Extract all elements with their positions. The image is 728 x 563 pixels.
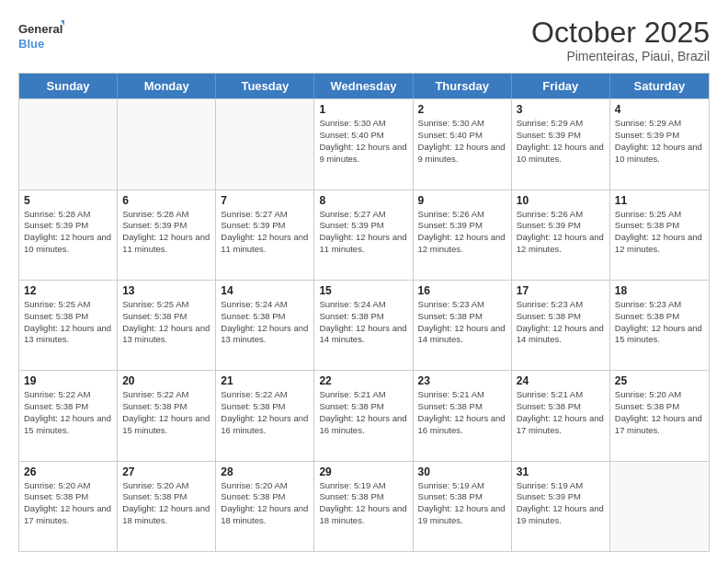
weekday-header-saturday: Saturday (610, 74, 709, 98)
calendar-row-1: 5Sunrise: 5:28 AM Sunset: 5:39 PM Daylig… (19, 190, 709, 280)
day-info: Sunrise: 5:19 AM Sunset: 5:39 PM Dayligh… (517, 480, 605, 527)
day-cell-12: 12Sunrise: 5:25 AM Sunset: 5:38 PM Dayli… (19, 281, 118, 370)
day-info: Sunrise: 5:27 AM Sunset: 5:39 PM Dayligh… (221, 209, 309, 256)
day-info: Sunrise: 5:23 AM Sunset: 5:38 PM Dayligh… (517, 299, 605, 346)
day-cell-19: 19Sunrise: 5:22 AM Sunset: 5:38 PM Dayli… (19, 371, 118, 460)
day-number: 10 (517, 194, 605, 207)
day-info: Sunrise: 5:22 AM Sunset: 5:38 PM Dayligh… (122, 389, 210, 436)
calendar-row-3: 19Sunrise: 5:22 AM Sunset: 5:38 PM Dayli… (19, 370, 709, 460)
empty-cell-0-1 (118, 99, 216, 189)
day-info: Sunrise: 5:20 AM Sunset: 5:38 PM Dayligh… (122, 480, 210, 527)
day-info: Sunrise: 5:21 AM Sunset: 5:38 PM Dayligh… (418, 389, 506, 436)
calendar-row-4: 26Sunrise: 5:20 AM Sunset: 5:38 PM Dayli… (19, 461, 709, 551)
month-title: October 2025 (531, 17, 710, 49)
day-number: 14 (221, 284, 309, 297)
day-cell-20: 20Sunrise: 5:22 AM Sunset: 5:38 PM Dayli… (118, 371, 216, 460)
day-number: 2 (418, 103, 506, 116)
empty-cell-0-2 (216, 99, 314, 189)
day-cell-9: 9Sunrise: 5:26 AM Sunset: 5:39 PM Daylig… (414, 190, 512, 280)
day-number: 7 (221, 194, 309, 207)
empty-cell-4-6 (610, 462, 709, 551)
day-number: 27 (122, 465, 210, 478)
calendar-row-2: 12Sunrise: 5:25 AM Sunset: 5:38 PM Dayli… (19, 280, 709, 370)
day-cell-29: 29Sunrise: 5:19 AM Sunset: 5:38 PM Dayli… (314, 462, 413, 551)
day-number: 16 (418, 284, 506, 297)
day-number: 1 (319, 103, 407, 116)
day-cell-11: 11Sunrise: 5:25 AM Sunset: 5:38 PM Dayli… (610, 190, 709, 280)
day-cell-15: 15Sunrise: 5:24 AM Sunset: 5:38 PM Dayli… (314, 281, 413, 370)
day-info: Sunrise: 5:26 AM Sunset: 5:39 PM Dayligh… (418, 209, 506, 256)
day-cell-8: 8Sunrise: 5:27 AM Sunset: 5:39 PM Daylig… (314, 190, 413, 280)
svg-text:General: General (18, 22, 63, 36)
day-info: Sunrise: 5:23 AM Sunset: 5:38 PM Dayligh… (418, 299, 506, 346)
weekday-header-thursday: Thursday (414, 74, 512, 98)
day-cell-16: 16Sunrise: 5:23 AM Sunset: 5:38 PM Dayli… (414, 281, 512, 370)
day-info: Sunrise: 5:22 AM Sunset: 5:38 PM Dayligh… (221, 389, 309, 436)
day-cell-14: 14Sunrise: 5:24 AM Sunset: 5:38 PM Dayli… (216, 281, 314, 370)
day-info: Sunrise: 5:21 AM Sunset: 5:38 PM Dayligh… (517, 389, 605, 436)
day-cell-3: 3Sunrise: 5:29 AM Sunset: 5:39 PM Daylig… (512, 99, 610, 189)
day-cell-28: 28Sunrise: 5:20 AM Sunset: 5:38 PM Dayli… (216, 462, 314, 551)
day-number: 19 (24, 374, 112, 387)
day-info: Sunrise: 5:25 AM Sunset: 5:38 PM Dayligh… (24, 299, 112, 346)
day-cell-4: 4Sunrise: 5:29 AM Sunset: 5:39 PM Daylig… (610, 99, 709, 189)
day-cell-18: 18Sunrise: 5:23 AM Sunset: 5:38 PM Dayli… (610, 281, 709, 370)
day-cell-7: 7Sunrise: 5:27 AM Sunset: 5:39 PM Daylig… (216, 190, 314, 280)
day-info: Sunrise: 5:20 AM Sunset: 5:38 PM Dayligh… (24, 480, 112, 527)
logo: General Blue (18, 17, 64, 53)
calendar-header: SundayMondayTuesdayWednesdayThursdayFrid… (19, 74, 709, 98)
day-cell-13: 13Sunrise: 5:25 AM Sunset: 5:38 PM Dayli… (118, 281, 216, 370)
svg-text:Blue: Blue (18, 37, 44, 51)
day-cell-21: 21Sunrise: 5:22 AM Sunset: 5:38 PM Dayli… (216, 371, 314, 460)
weekday-header-tuesday: Tuesday (216, 74, 314, 98)
day-info: Sunrise: 5:29 AM Sunset: 5:39 PM Dayligh… (517, 118, 605, 165)
day-cell-27: 27Sunrise: 5:20 AM Sunset: 5:38 PM Dayli… (118, 462, 216, 551)
weekday-header-sunday: Sunday (19, 74, 118, 98)
day-info: Sunrise: 5:21 AM Sunset: 5:38 PM Dayligh… (319, 389, 407, 436)
day-number: 23 (418, 374, 506, 387)
day-cell-2: 2Sunrise: 5:30 AM Sunset: 5:40 PM Daylig… (414, 99, 512, 189)
day-info: Sunrise: 5:20 AM Sunset: 5:38 PM Dayligh… (615, 389, 704, 436)
day-cell-30: 30Sunrise: 5:19 AM Sunset: 5:38 PM Dayli… (414, 462, 512, 551)
day-cell-26: 26Sunrise: 5:20 AM Sunset: 5:38 PM Dayli… (19, 462, 118, 551)
day-info: Sunrise: 5:19 AM Sunset: 5:38 PM Dayligh… (319, 480, 407, 527)
day-number: 29 (319, 465, 407, 478)
day-number: 31 (517, 465, 605, 478)
day-number: 4 (615, 103, 704, 116)
day-number: 26 (24, 465, 112, 478)
logo-svg: General Blue (18, 17, 64, 53)
day-number: 17 (517, 284, 605, 297)
page: General Blue October 2025 Pimenteiras, P… (0, 0, 728, 563)
title-area: October 2025 Pimenteiras, Piaui, Brazil (531, 17, 710, 63)
weekday-header-friday: Friday (512, 74, 610, 98)
day-info: Sunrise: 5:27 AM Sunset: 5:39 PM Dayligh… (319, 209, 407, 256)
day-cell-17: 17Sunrise: 5:23 AM Sunset: 5:38 PM Dayli… (512, 281, 610, 370)
header: General Blue October 2025 Pimenteiras, P… (18, 17, 710, 63)
day-cell-6: 6Sunrise: 5:28 AM Sunset: 5:39 PM Daylig… (118, 190, 216, 280)
day-cell-5: 5Sunrise: 5:28 AM Sunset: 5:39 PM Daylig… (19, 190, 118, 280)
day-number: 22 (319, 374, 407, 387)
day-info: Sunrise: 5:19 AM Sunset: 5:38 PM Dayligh… (418, 480, 506, 527)
day-number: 24 (517, 374, 605, 387)
day-number: 13 (122, 284, 210, 297)
day-info: Sunrise: 5:25 AM Sunset: 5:38 PM Dayligh… (615, 209, 704, 256)
day-info: Sunrise: 5:22 AM Sunset: 5:38 PM Dayligh… (24, 389, 112, 436)
day-cell-23: 23Sunrise: 5:21 AM Sunset: 5:38 PM Dayli… (414, 371, 512, 460)
day-number: 28 (221, 465, 309, 478)
day-number: 30 (418, 465, 506, 478)
day-number: 5 (24, 194, 112, 207)
day-cell-22: 22Sunrise: 5:21 AM Sunset: 5:38 PM Dayli… (314, 371, 413, 460)
day-info: Sunrise: 5:24 AM Sunset: 5:38 PM Dayligh… (221, 299, 309, 346)
day-info: Sunrise: 5:30 AM Sunset: 5:40 PM Dayligh… (418, 118, 506, 165)
day-number: 15 (319, 284, 407, 297)
empty-cell-0-0 (19, 99, 118, 189)
day-info: Sunrise: 5:23 AM Sunset: 5:38 PM Dayligh… (615, 299, 704, 346)
day-number: 18 (615, 284, 704, 297)
calendar-row-0: 1Sunrise: 5:30 AM Sunset: 5:40 PM Daylig… (19, 98, 709, 189)
day-info: Sunrise: 5:25 AM Sunset: 5:38 PM Dayligh… (122, 299, 210, 346)
day-cell-1: 1Sunrise: 5:30 AM Sunset: 5:40 PM Daylig… (314, 99, 413, 189)
day-number: 21 (221, 374, 309, 387)
day-number: 8 (319, 194, 407, 207)
day-number: 12 (24, 284, 112, 297)
location: Pimenteiras, Piaui, Brazil (531, 49, 710, 63)
